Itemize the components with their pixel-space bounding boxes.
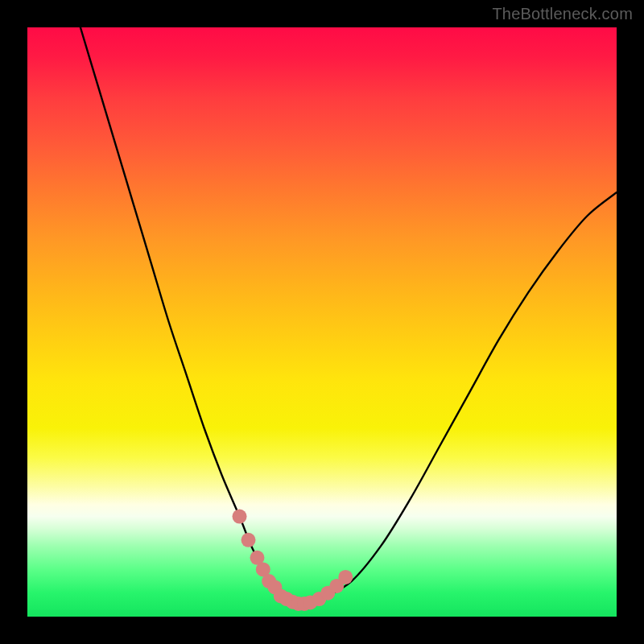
highlight-dots [233,510,353,611]
chart-frame: TheBottleneck.com [0,0,644,644]
highlight-dot [233,510,247,524]
watermark-text: TheBottleneck.com [492,5,633,23]
chart-svg [27,27,617,617]
curve-path [80,27,617,605]
highlight-dot [242,533,256,547]
highlight-dot [338,570,353,584]
